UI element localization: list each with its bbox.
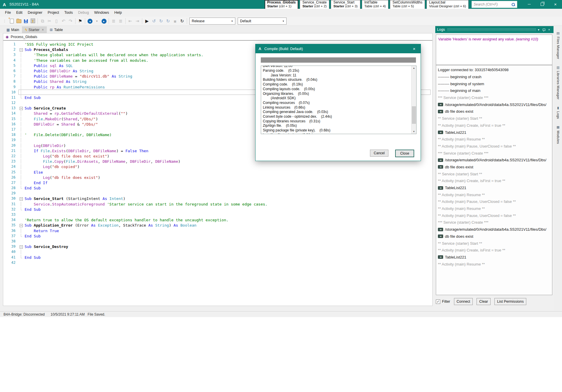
- log-entry[interactable]: ** Service (starter) Start **: [438, 115, 550, 122]
- profile-dropdown[interactable]: Default▼: [238, 18, 287, 25]
- navigate-forward-icon[interactable]: ▸: [100, 18, 107, 25]
- menu-project[interactable]: Project: [45, 9, 62, 17]
- new-project-icon[interactable]: *: [8, 18, 15, 25]
- code-line-40[interactable]: 40: [3, 249, 432, 254]
- log-entry[interactable]: ➜db file does exist: [438, 108, 550, 115]
- bookmark-button-service_create[interactable]: Service_CreateStarter (ctrl + 2): [300, 0, 329, 9]
- side-tab-modules[interactable]: ▦Modules: [556, 125, 560, 144]
- warnings-box[interactable]: Variable 'Headers' is never assigned any…: [436, 35, 552, 65]
- log-entry[interactable]: ** Activity (main) Resume **: [438, 136, 550, 143]
- connect-button[interactable]: Connect: [454, 298, 473, 305]
- side-tab-files-manager[interactable]: ▤Files Manager: [556, 31, 560, 59]
- scrollbar-thumb[interactable]: [412, 106, 416, 124]
- toolbar-grip[interactable]: ⋮: [1, 18, 8, 25]
- run-icon[interactable]: ▶: [143, 18, 150, 25]
- log-entry[interactable]: Logger connected to: 3331574b50543098: [438, 66, 550, 73]
- code-line-27[interactable]: 27 End If: [3, 180, 432, 185]
- build-config-dropdown[interactable]: Release▼: [189, 18, 235, 25]
- menu-help[interactable]: Help: [112, 9, 124, 17]
- log-entry[interactable]: --------- beginning of system: [438, 80, 550, 87]
- bookmark-icon[interactable]: ⚑: [77, 18, 84, 25]
- fold-collapse-icon[interactable]: [19, 244, 25, 249]
- menu-windows[interactable]: Windows: [92, 9, 112, 17]
- code-line-32[interactable]: 32End Sub: [3, 207, 432, 212]
- redo-icon[interactable]: ↷: [67, 18, 74, 25]
- log-entry[interactable]: ** Activity (main) Create, isFirst = tru…: [438, 177, 550, 184]
- menu-edit[interactable]: Edit: [13, 9, 25, 17]
- tab-table[interactable]: ⊞Table: [47, 26, 66, 33]
- code-line-26[interactable]: 26 Log("db file does exist"): [3, 175, 432, 180]
- code-line-29[interactable]: 29: [3, 191, 432, 196]
- panel-close-icon[interactable]: ×: [546, 28, 552, 31]
- log-list[interactable]: Logger connected to: 3331574b50543098---…: [436, 65, 552, 295]
- log-entry[interactable]: ➜db file does exist: [438, 164, 550, 171]
- step-icon[interactable]: ↻: [157, 18, 165, 25]
- log-entry[interactable]: ➜db file does exist: [438, 233, 550, 240]
- stop-icon[interactable]: ■: [172, 18, 179, 25]
- code-line-34[interactable]: 34'Return true to allow the OS default e…: [3, 217, 432, 222]
- fold-collapse-icon[interactable]: [19, 47, 25, 52]
- code-line-42[interactable]: 42: [3, 260, 432, 265]
- log-entry[interactable]: ➜/storage/emulated/0/Android/data/b4a.SS…: [438, 157, 550, 164]
- log-entry[interactable]: ** Service (starter) Start **: [438, 240, 550, 247]
- log-entry[interactable]: ** Activity (main) Pause, UserClosed = f…: [438, 143, 550, 150]
- restore-button[interactable]: [536, 0, 549, 8]
- search-icon[interactable]: [511, 3, 515, 6]
- code-line-39[interactable]: 39Sub Service_Destroy: [3, 244, 432, 249]
- cancel-button[interactable]: Cancel: [370, 150, 388, 157]
- indent-icon[interactable]: ⇥: [134, 18, 141, 25]
- log-entry[interactable]: ➜/storage/emulated/0/Android/data/b4a.SS…: [438, 226, 550, 233]
- side-tab-libraries-manager[interactable]: ▥Libraries Manager: [556, 66, 560, 100]
- minimize-button[interactable]: [522, 0, 536, 8]
- open-project-icon[interactable]: [15, 18, 22, 25]
- code-line-38[interactable]: 38: [3, 239, 432, 244]
- log-entry[interactable]: ** Service (starter) Start **: [438, 170, 550, 177]
- code-line-33[interactable]: 33: [3, 212, 432, 217]
- compile-log-listbox[interactable]: B4A Version: 11.00Parsing code. (0.15s) …: [261, 66, 417, 134]
- comment-icon[interactable]: ≣: [110, 18, 117, 25]
- log-entry[interactable]: ➜TableList221: [438, 184, 550, 191]
- menu-designer[interactable]: Designer: [25, 9, 45, 17]
- paste-icon[interactable]: ▯: [53, 18, 60, 25]
- code-line-30[interactable]: 30Sub Service_Start (StartingIntent As I…: [3, 196, 432, 201]
- outdent-icon[interactable]: ⇤: [127, 18, 134, 25]
- dialog-close-button[interactable]: Close: [395, 150, 414, 157]
- code-line-41[interactable]: 41End Sub: [3, 255, 432, 260]
- code-line-35[interactable]: 35Sub Application_Error (Error As Except…: [3, 222, 432, 228]
- bookmark-button-inittable[interactable]: InitTableTable (ctrl + 4): [362, 0, 388, 9]
- tab-main[interactable]: ▦Main: [4, 26, 22, 33]
- log-entry[interactable]: ** Activity (main) Resume **: [438, 261, 550, 268]
- log-entry[interactable]: ** Activity (main) Resume **: [438, 205, 550, 212]
- scroll-up-icon[interactable]: ▲: [412, 66, 416, 70]
- close-button[interactable]: ×: [549, 0, 562, 8]
- panel-menu-icon[interactable]: ▾: [536, 28, 541, 31]
- cut-icon[interactable]: ✂: [46, 18, 53, 25]
- code-line-36[interactable]: 36 Return True: [3, 228, 432, 233]
- restart-icon[interactable]: ↻: [179, 18, 186, 25]
- menu-tools[interactable]: Tools: [62, 9, 76, 17]
- dialog-scrollbar[interactable]: ▲ ▼: [411, 66, 416, 134]
- log-entry[interactable]: ➜TableList221: [438, 129, 550, 136]
- undo-icon[interactable]: ↶: [60, 18, 67, 25]
- code-line-37[interactable]: 37End Sub: [3, 233, 432, 239]
- log-entry[interactable]: ** Activity (main) Create, isFirst = tru…: [438, 122, 550, 129]
- code-line-31[interactable]: 31 Service.StopAutomaticForeground 'Star…: [3, 201, 432, 207]
- fold-collapse-icon[interactable]: [19, 196, 25, 201]
- dialog-close-icon[interactable]: ×: [408, 46, 421, 51]
- log-entry[interactable]: ** Activity (main) Create, isFirst = tru…: [438, 247, 550, 254]
- log-entry[interactable]: *** Service (starter) Create ***: [438, 94, 550, 101]
- bookmark-button-process_globals[interactable]: Process_GlobalsStarter (ctrl + 1): [265, 0, 298, 9]
- rebuild-icon[interactable]: ↻: [165, 18, 172, 25]
- bookmark-button-setcolumnswidths[interactable]: SetColumnsWidthsTable (ctrl + 5): [390, 0, 425, 9]
- menu-file[interactable]: File: [2, 9, 13, 17]
- copy-icon[interactable]: ⧉: [39, 18, 46, 25]
- pin-icon[interactable]: [541, 28, 546, 31]
- resume-icon[interactable]: ↺: [150, 18, 157, 25]
- log-entry[interactable]: ➜/storage/emulated/0/Android/data/b4a.SS…: [438, 101, 550, 108]
- log-entry[interactable]: --------- beginning of crash: [438, 73, 550, 81]
- list-permissions-button[interactable]: List Permissions: [494, 298, 526, 305]
- tab-close-icon[interactable]: ×: [42, 28, 44, 32]
- navigate-caret-icon[interactable]: ▾: [93, 18, 100, 25]
- code-line-28[interactable]: 28End Sub: [3, 185, 432, 191]
- scroll-down-icon[interactable]: ▼: [412, 129, 416, 134]
